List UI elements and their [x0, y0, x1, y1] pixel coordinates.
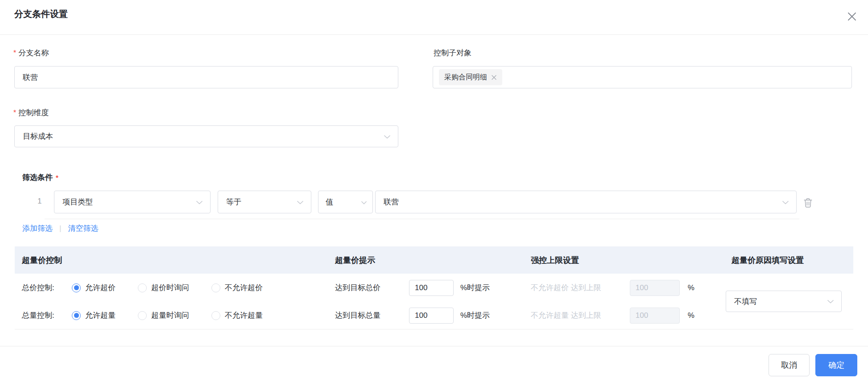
- required-asterisk: *: [56, 174, 58, 181]
- chevron-down-icon: [361, 198, 367, 207]
- add-filter-link[interactable]: 添加筛选: [22, 223, 53, 233]
- radio-icon: [211, 311, 220, 320]
- required-asterisk: *: [13, 49, 16, 57]
- table-row-price-control: 总价控制: 允许超价 超价时询问 不允许超价: [15, 274, 327, 302]
- column-header: 超量价原因填写设置: [724, 246, 853, 274]
- control-dimension-value: 目标成本: [23, 131, 384, 142]
- dialog-title: 分支条件设置: [14, 8, 68, 20]
- tip-label: 达到目标总价: [335, 283, 380, 293]
- column-header: 超量价控制: [15, 246, 327, 274]
- limit-cell-price: 不允许超价 达到上限 %: [523, 274, 724, 302]
- column-header: 强控上限设置: [523, 246, 724, 274]
- filter-links: 添加筛选 | 清空筛选: [22, 223, 98, 233]
- radio-icon: [138, 311, 147, 320]
- branch-name-input[interactable]: [14, 66, 398, 88]
- chevron-down-icon: [297, 198, 304, 207]
- delete-filter-button[interactable]: [802, 198, 814, 209]
- quantity-limit-percent-input: [630, 308, 680, 324]
- radio-checked-icon: [72, 283, 81, 292]
- radio-icon: [138, 283, 147, 292]
- radio-option-deny-over-quantity[interactable]: 不允许超量: [211, 310, 263, 321]
- tag-remove-icon[interactable]: [491, 75, 497, 80]
- control-table: 超量价控制 超量价提示 强控上限设置 超量价原因填写设置 总价控制: 允许超价 …: [15, 246, 853, 329]
- price-limit-percent-input: [630, 280, 680, 296]
- clear-filter-link[interactable]: 清空筛选: [68, 223, 98, 233]
- percent-sign: %: [688, 311, 694, 320]
- filter-field-select[interactable]: 项目类型: [54, 191, 211, 213]
- radio-option-allow-over-quantity[interactable]: 允许超量: [72, 310, 116, 321]
- close-button[interactable]: [845, 10, 859, 24]
- filter-value-select[interactable]: 联营: [375, 191, 797, 213]
- chevron-down-icon: [782, 198, 789, 207]
- control-dimension-label: *控制维度: [13, 108, 49, 118]
- filter-value-type-select[interactable]: 值: [318, 191, 373, 213]
- percent-sign: %: [688, 283, 694, 292]
- radio-option-deny-over-price[interactable]: 不允许超价: [211, 283, 263, 293]
- limit-cell-quantity: 不允许超量 达到上限 %: [523, 302, 724, 329]
- table-row-quantity-control: 总量控制: 允许超量 超量时询问 不允许超量: [15, 302, 327, 329]
- chevron-down-icon: [196, 198, 203, 207]
- radio-option-ask-over-price[interactable]: 超价时询问: [138, 283, 189, 293]
- limit-text: 不允许超价 达到上限: [531, 283, 601, 293]
- branch-condition-dialog: 分支条件设置 *分支名称 控制子对象 采购合同明细 *控制维度 目标成本 筛选条…: [0, 0, 868, 383]
- header-divider: [0, 34, 868, 35]
- branch-name-label: *分支名称: [13, 48, 49, 58]
- radio-icon: [211, 283, 220, 292]
- control-sub-object-label: 控制子对象: [434, 48, 471, 58]
- reason-fill-select[interactable]: 不填写: [726, 291, 842, 312]
- row-label: 总量控制:: [22, 310, 65, 321]
- tip-cell-quantity: 达到目标总量 %时提示: [327, 302, 523, 329]
- tip-suffix: %时提示: [460, 310, 490, 321]
- trash-icon: [803, 198, 813, 209]
- filter-operator-select[interactable]: 等于: [218, 191, 311, 213]
- price-tip-percent-input[interactable]: [409, 280, 454, 296]
- chevron-down-icon: [827, 297, 834, 306]
- reason-cell: 不填写: [724, 274, 853, 329]
- radio-option-ask-over-quantity[interactable]: 超量时询问: [138, 310, 189, 321]
- required-asterisk: *: [13, 109, 16, 117]
- sub-object-tag-label: 采购合同明细: [444, 73, 487, 82]
- column-header: 超量价提示: [327, 246, 523, 274]
- filter-row-index: 1: [37, 197, 41, 206]
- row-label: 总价控制:: [22, 283, 65, 293]
- quantity-tip-percent-input[interactable]: [409, 308, 454, 324]
- tip-suffix: %时提示: [460, 283, 490, 293]
- close-icon: [846, 11, 858, 24]
- radio-option-allow-over-price[interactable]: 允许超价: [72, 283, 116, 293]
- radio-checked-icon: [72, 311, 81, 320]
- control-dimension-select[interactable]: 目标成本: [14, 125, 398, 147]
- confirm-button[interactable]: 确定: [815, 354, 857, 376]
- filter-section-label: 筛选条件*: [22, 172, 58, 183]
- footer-divider: [0, 346, 868, 346]
- tip-label: 达到目标总量: [335, 310, 380, 321]
- control-sub-object-field[interactable]: 采购合同明细: [433, 66, 852, 88]
- sub-object-tag: 采购合同明细: [439, 69, 502, 85]
- link-separator: |: [59, 224, 61, 233]
- filter-divider: [45, 219, 799, 219]
- cancel-button[interactable]: 取消: [769, 354, 810, 376]
- tip-cell-price: 达到目标总价 %时提示: [327, 274, 523, 302]
- limit-text: 不允许超量 达到上限: [531, 310, 601, 321]
- chevron-down-icon: [384, 132, 391, 141]
